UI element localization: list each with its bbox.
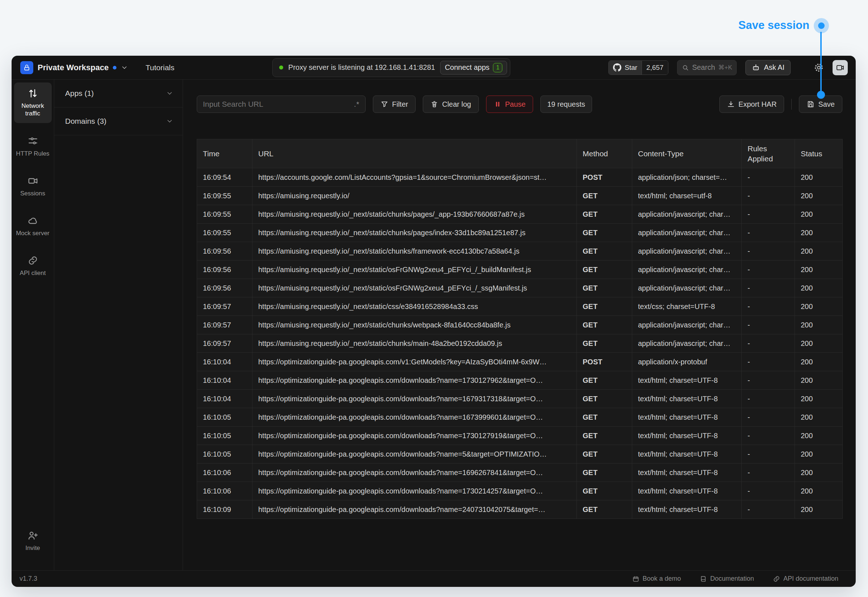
workspace-name: Private Workspace bbox=[38, 63, 108, 72]
cell-status: 200 bbox=[795, 205, 843, 224]
sidebar-item-label: Mock server bbox=[16, 229, 50, 237]
search-shortcut: ⌘+K bbox=[718, 64, 732, 71]
download-icon bbox=[727, 100, 735, 108]
request-row[interactable]: 16:09:56 https://amiusing.requestly.io/_… bbox=[197, 242, 843, 260]
request-row[interactable]: 16:10:09 https://optimizationguide-pa.go… bbox=[197, 500, 843, 519]
robot-icon bbox=[751, 63, 760, 72]
request-row[interactable]: 16:09:57 https://amiusing.requestly.io/_… bbox=[197, 316, 843, 334]
sidebar-item-network-traffic[interactable]: Network traffic bbox=[14, 83, 52, 123]
traffic-group-domains[interactable]: Domains (3) bbox=[54, 107, 183, 135]
nav-tutorials[interactable]: Tutorials bbox=[145, 63, 174, 72]
calendar-icon bbox=[632, 575, 640, 582]
request-row[interactable]: 16:10:04 https://optimizationguide-pa.go… bbox=[197, 390, 843, 408]
cell-url: https://amiusing.requestly.io/_next/stat… bbox=[252, 316, 577, 334]
pause-button[interactable]: Pause bbox=[486, 95, 533, 113]
request-row[interactable]: 16:10:05 https://optimizationguide-pa.go… bbox=[197, 408, 843, 426]
request-row[interactable]: 16:09:55 https://amiusing.requestly.io/_… bbox=[197, 224, 843, 242]
cell-url: https://amiusing.requestly.io/_next/stat… bbox=[252, 334, 577, 353]
domains-group-label: Domains (3) bbox=[65, 117, 106, 126]
sidebar-item-label: Invite bbox=[25, 544, 40, 552]
book-demo-link[interactable]: Book a demo bbox=[632, 575, 681, 582]
sidebar-item-sessions[interactable]: Sessions bbox=[14, 170, 52, 203]
request-row[interactable]: 16:09:56 https://amiusing.requestly.io/_… bbox=[197, 260, 843, 279]
workspace-switcher[interactable]: Private Workspace bbox=[20, 61, 128, 74]
documentation-link[interactable]: Documentation bbox=[700, 575, 754, 582]
request-row[interactable]: 16:10:06 https://optimizationguide-pa.go… bbox=[197, 463, 843, 482]
cell-time: 16:09:57 bbox=[197, 316, 252, 334]
settings-button[interactable] bbox=[814, 62, 824, 73]
cell-time: 16:09:55 bbox=[197, 187, 252, 205]
github-star-widget[interactable]: Star 2,657 bbox=[608, 61, 668, 75]
request-row[interactable]: 16:10:04 https://optimizationguide-pa.go… bbox=[197, 371, 843, 390]
request-row[interactable]: 16:09:55 https://amiusing.requestly.io/_… bbox=[197, 205, 843, 224]
export-har-button[interactable]: Export HAR bbox=[719, 95, 785, 113]
cell-status: 200 bbox=[795, 260, 843, 279]
cell-url: https://amiusing.requestly.io/_next/stat… bbox=[252, 205, 577, 224]
invite-user-icon bbox=[28, 530, 39, 541]
request-row[interactable]: 16:09:54 https://accounts.google.com/Lis… bbox=[197, 168, 843, 187]
gear-icon bbox=[814, 62, 824, 73]
cell-content-type: text/html; charset=UTF-8 bbox=[632, 463, 742, 482]
request-row[interactable]: 16:09:57 https://amiusing.requestly.io/_… bbox=[197, 297, 843, 316]
chevron-down-icon bbox=[166, 90, 173, 97]
filter-icon bbox=[381, 100, 388, 108]
sidebar-item-label: API client bbox=[20, 269, 46, 277]
connect-apps-label: Connect apps bbox=[445, 63, 489, 72]
proxy-status-text: Proxy server is listening at 192.168.1.4… bbox=[288, 63, 435, 72]
save-icon bbox=[807, 100, 815, 108]
request-row[interactable]: 16:09:55 https://amiusing.requestly.io/ … bbox=[197, 187, 843, 205]
cell-content-type: application/x-protobuf bbox=[632, 353, 742, 371]
clear-log-button[interactable]: Clear log bbox=[423, 95, 478, 113]
request-row[interactable]: 16:10:06 https://optimizationguide-pa.go… bbox=[197, 482, 843, 500]
annotation-target-dot bbox=[817, 91, 825, 99]
save-label: Save bbox=[818, 100, 835, 108]
lock-icon bbox=[23, 64, 30, 71]
api-documentation-link[interactable]: API documentation bbox=[773, 575, 838, 582]
proxy-status-pill: Proxy server is listening at 192.168.1.4… bbox=[273, 58, 510, 77]
cell-time: 16:09:56 bbox=[197, 279, 252, 297]
request-row[interactable]: 16:10:04 https://optimizationguide-pa.go… bbox=[197, 353, 843, 371]
cell-content-type: application/javascript; char… bbox=[632, 279, 742, 297]
cell-rules-applied: - bbox=[742, 408, 795, 426]
global-search[interactable]: Search ⌘+K bbox=[677, 60, 737, 75]
request-row[interactable]: 16:09:56 https://amiusing.requestly.io/_… bbox=[197, 279, 843, 297]
cell-status: 200 bbox=[795, 279, 843, 297]
cell-url: https://optimizationguide-pa.googleapis.… bbox=[252, 482, 577, 500]
sidebar-item-mock-server[interactable]: Mock server bbox=[14, 210, 52, 242]
session-recorder-button[interactable] bbox=[832, 60, 848, 75]
filter-button[interactable]: Filter bbox=[373, 95, 416, 113]
traffic-group-apps[interactable]: Apps (1) bbox=[54, 80, 183, 107]
sidebar-item-invite[interactable]: Invite bbox=[14, 525, 52, 557]
url-search-input[interactable] bbox=[203, 100, 354, 108]
app-window: Private Workspace Tutorials Proxy server… bbox=[12, 56, 856, 587]
search-icon bbox=[682, 64, 689, 71]
cell-method: GET bbox=[577, 279, 632, 297]
toolbar-divider bbox=[791, 99, 792, 110]
session-recorder-icon bbox=[836, 63, 844, 72]
cell-url: https://optimizationguide-pa.googleapis.… bbox=[252, 445, 577, 463]
cell-status: 200 bbox=[795, 482, 843, 500]
sidebar-item-api-client[interactable]: API client bbox=[14, 249, 52, 282]
request-row[interactable]: 16:09:57 https://amiusing.requestly.io/_… bbox=[197, 334, 843, 353]
cell-time: 16:10:04 bbox=[197, 353, 252, 371]
github-star-label: Star bbox=[625, 64, 637, 72]
sidebar-item-http-rules[interactable]: HTTP Rules bbox=[14, 130, 52, 163]
network-traffic-icon bbox=[28, 88, 39, 99]
sidebar-item-label: Network traffic bbox=[15, 102, 51, 117]
annotation-dot bbox=[814, 18, 829, 33]
cell-status: 200 bbox=[795, 316, 843, 334]
request-row[interactable]: 16:10:05 https://optimizationguide-pa.go… bbox=[197, 445, 843, 463]
cell-method: GET bbox=[577, 445, 632, 463]
cell-content-type: text/html; charset=UTF-8 bbox=[632, 482, 742, 500]
cell-content-type: application/json; charset=… bbox=[632, 168, 742, 187]
regex-toggle-icon[interactable]: .* bbox=[354, 100, 360, 108]
column-header-method: Method bbox=[577, 139, 632, 168]
ask-ai-button[interactable]: Ask AI bbox=[745, 60, 791, 75]
url-search-box: .* bbox=[197, 95, 366, 113]
cell-url: https://optimizationguide-pa.googleapis.… bbox=[252, 426, 577, 445]
cell-time: 16:10:06 bbox=[197, 463, 252, 482]
clear-log-label: Clear log bbox=[442, 100, 471, 108]
app-body: Network traffic HTTP Rules Sessions Mock… bbox=[12, 80, 856, 570]
connect-apps-button[interactable]: Connect apps 1 bbox=[440, 61, 507, 74]
request-row[interactable]: 16:10:05 https://optimizationguide-pa.go… bbox=[197, 426, 843, 445]
